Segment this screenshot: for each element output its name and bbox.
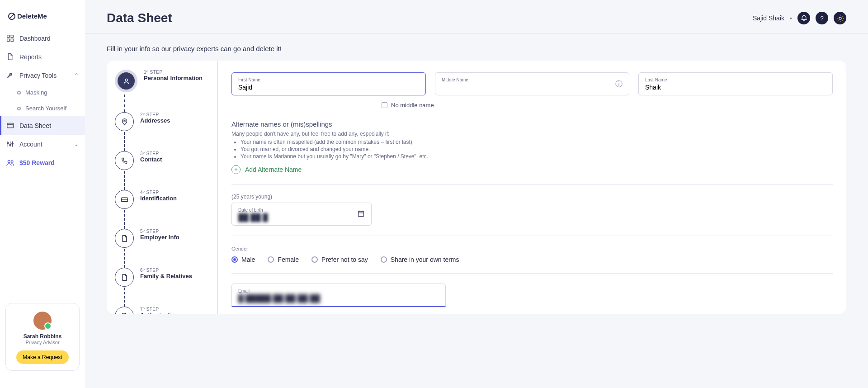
svg-rect-3 (7, 35, 9, 38)
step-authorization[interactable]: 7º STEP Authorization (115, 307, 211, 314)
step-family-relatives[interactable]: 6º STEP Family & Relatives (115, 268, 211, 307)
make-request-button[interactable]: Make a Request (16, 350, 68, 364)
svg-line-25 (842, 16, 842, 16)
calendar-icon[interactable] (357, 210, 365, 219)
email-field[interactable]: Email █ █████ ██ ██ ██ ██ (231, 284, 446, 307)
grid-icon (6, 34, 14, 42)
sidebar-sub-label: Search Yourself (25, 105, 66, 112)
first-name-input[interactable] (238, 84, 419, 91)
document-icon (121, 235, 128, 242)
wrench-icon (6, 71, 14, 79)
field-label: Last Name (645, 77, 826, 82)
gender-option-own-terms[interactable]: Share in your own terms (381, 256, 459, 263)
form-area: First Name Middle Name ⓘ Last Name No mi… (218, 61, 846, 314)
advisor-name: Sarah Robbins (11, 333, 74, 340)
bell-icon (800, 14, 808, 22)
divider (231, 184, 833, 185)
svg-line-1 (9, 14, 14, 19)
sidebar-item-label: Dashboard (19, 35, 51, 42)
info-icon[interactable]: ⓘ (615, 79, 623, 89)
document-icon (121, 274, 128, 281)
step-number: 5º STEP (140, 229, 179, 234)
sidebar-item-reward[interactable]: $50 Reward (0, 153, 85, 172)
step-number: 3º STEP (140, 151, 162, 156)
last-name-input[interactable] (645, 84, 826, 91)
page-subtext: Fill in your info so our privacy experts… (85, 34, 868, 61)
divider (231, 236, 833, 236)
radio-icon (268, 256, 274, 263)
radio-icon (311, 256, 318, 263)
chevron-down-icon[interactable]: ▾ (790, 16, 792, 21)
svg-line-23 (842, 20, 842, 20)
age-label: (25 years young) (231, 194, 833, 200)
help-item: Your name is Marianne but you usually go… (241, 153, 833, 160)
step-number: 4º STEP (140, 190, 177, 195)
gender-label: Gender (231, 246, 833, 251)
field-label: First Name (238, 77, 419, 82)
svg-point-17 (839, 17, 841, 19)
step-employer-info[interactable]: 5º STEP Employer Info (115, 229, 211, 268)
dob-field[interactable]: Date of birth ██ ██ █ (231, 203, 372, 226)
no-middle-name-checkbox[interactable] (382, 102, 387, 108)
theme-toggle-button[interactable] (834, 12, 846, 24)
main-content: Data Sheet Sajid Shaik ▾ ? Fill in your … (85, 0, 868, 388)
chevron-up-icon: ⌃ (74, 72, 79, 79)
step-title: Addresses (140, 117, 170, 124)
field-label: Date of birth (238, 208, 365, 213)
sidebar-item-account[interactable]: Account ⌄ (0, 135, 85, 153)
step-title: Authorization (140, 312, 178, 314)
step-number: 6º STEP (140, 268, 192, 273)
dob-value: ██ ██ █ (238, 213, 268, 222)
gender-option-male[interactable]: Male (231, 256, 255, 263)
chevron-down-icon: ⌄ (74, 141, 79, 147)
sidebar-item-search-yourself[interactable]: Search Yourself (13, 100, 85, 116)
gender-option-female[interactable]: Female (268, 256, 299, 263)
sidebar-item-label: Account (19, 141, 42, 148)
svg-rect-30 (359, 211, 364, 216)
alternate-names-help: Many people don't have any, but feel fre… (231, 131, 833, 160)
gender-option-prefer-not-to-say[interactable]: Prefer not to say (311, 256, 368, 263)
svg-rect-5 (7, 39, 9, 41)
data-sheet-card: 1º STEP Personal Information 2º STEP Add… (107, 61, 846, 314)
step-title: Family & Relatives (140, 273, 192, 279)
middle-name-field[interactable]: Middle Name ⓘ (435, 72, 629, 95)
alternate-names-title: Alternate names or (mis)spellings (231, 120, 833, 128)
sidebar-nav: Dashboard Reports Privacy Tools ⌃ Maskin… (0, 29, 85, 172)
document-icon (121, 312, 128, 314)
svg-text:DeleteMe: DeleteMe (17, 13, 47, 20)
step-identification[interactable]: 4º STEP Identification (115, 190, 211, 229)
add-alternate-name-button[interactable]: + Add Alternate Name (231, 165, 833, 174)
sidebar-item-data-sheet[interactable]: Data Sheet (0, 116, 85, 135)
middle-name-input[interactable] (442, 84, 623, 91)
avatar (33, 312, 52, 330)
card-icon (6, 122, 14, 129)
id-card-icon (121, 196, 128, 203)
step-title: Contact (140, 156, 162, 163)
sidebar-item-privacy-tools[interactable]: Privacy Tools ⌃ (0, 66, 85, 85)
sidebar-item-dashboard[interactable]: Dashboard (0, 29, 85, 47)
last-name-field[interactable]: Last Name (638, 72, 833, 95)
file-icon (6, 53, 14, 61)
advisor-role: Privacy Advisor (11, 340, 74, 345)
step-title: Identification (140, 195, 177, 202)
help-item: You got married, or divorced and changed… (241, 146, 833, 152)
step-number: 2º STEP (140, 112, 170, 117)
help-button[interactable]: ? (816, 12, 828, 24)
sidebar: DeleteMe Dashboard Reports Privacy Tools… (0, 0, 85, 388)
page-title: Data Sheet (107, 11, 172, 25)
step-personal-information[interactable]: 1º STEP Personal Information (115, 70, 211, 112)
step-title: Personal Information (144, 75, 203, 81)
question-icon: ? (820, 15, 823, 22)
step-contact[interactable]: 3º STEP Contact (115, 151, 211, 190)
first-name-field[interactable]: First Name (231, 72, 426, 95)
sidebar-item-label: Reports (19, 53, 42, 61)
sidebar-item-reports[interactable]: Reports (0, 47, 85, 66)
bullet-icon (17, 107, 21, 110)
radio-icon (381, 256, 387, 263)
field-label: Middle Name (442, 77, 623, 82)
sidebar-item-masking[interactable]: Masking (13, 85, 85, 100)
step-addresses[interactable]: 2º STEP Addresses (115, 112, 211, 151)
notifications-button[interactable] (797, 12, 810, 24)
divider (231, 273, 833, 274)
svg-rect-4 (11, 35, 13, 38)
